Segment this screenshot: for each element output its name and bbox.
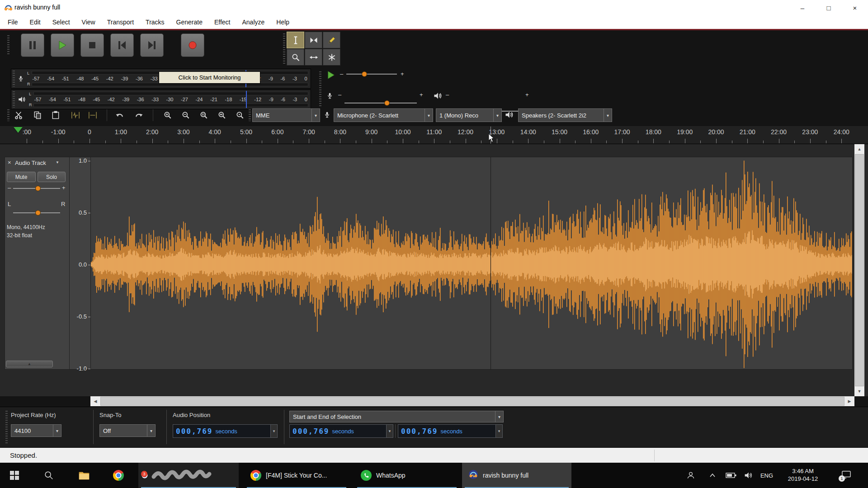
- recording-volume-slider[interactable]: [344, 99, 417, 107]
- skip-to-start-button[interactable]: [110, 33, 134, 57]
- silence-audio-button[interactable]: [85, 108, 100, 122]
- taskbar-app-audacity[interactable]: ravish bunny full: [462, 463, 571, 488]
- toolbar-grip[interactable]: [319, 71, 321, 108]
- tray-volume-button[interactable]: [741, 463, 756, 488]
- spinner-icon[interactable]: ▾: [386, 425, 393, 437]
- menu-analyze[interactable]: Analyze: [236, 15, 271, 29]
- horizontal-scrollbar[interactable]: ◀ ▶: [90, 396, 854, 406]
- playback-meter[interactable]: L R -57-54-51-48-45-42-39-36-33-30-27-24…: [11, 89, 311, 109]
- selection-mode-select[interactable]: Start and End of Selection ▾: [289, 411, 504, 422]
- chrome-button[interactable]: [107, 463, 130, 488]
- minimize-button[interactable]: –: [789, 0, 816, 15]
- playback-device-select[interactable]: Speakers (2- Scarlett 2i2 ▾: [518, 108, 612, 122]
- draw-tool-button[interactable]: [323, 32, 340, 48]
- maximize-button[interactable]: □: [816, 0, 842, 15]
- cut-button[interactable]: [11, 108, 26, 122]
- taskbar-app-redacted[interactable]: 3: [138, 463, 239, 488]
- menu-generate[interactable]: Generate: [170, 15, 208, 29]
- menu-select[interactable]: Select: [47, 15, 76, 29]
- menu-help[interactable]: Help: [270, 15, 295, 29]
- track-menu-arrow-icon[interactable]: ▼: [56, 160, 59, 164]
- menu-edit[interactable]: Edit: [24, 15, 47, 29]
- recording-device-select[interactable]: Microphone (2- Scarlett ▾: [334, 108, 433, 122]
- spinner-icon[interactable]: ▾: [495, 425, 502, 437]
- file-explorer-button[interactable]: [72, 463, 96, 488]
- toolbar-grip[interactable]: [13, 91, 15, 108]
- gain-slider[interactable]: [13, 184, 60, 192]
- selection-start-field[interactable]: 000,769 seconds ▾: [289, 424, 393, 438]
- taskbar-search-button[interactable]: [37, 463, 61, 488]
- envelope-tool-button[interactable]: [305, 32, 322, 48]
- play-pin-icon[interactable]: [14, 127, 23, 133]
- toolbar-grip[interactable]: [283, 33, 285, 64]
- audio-host-select[interactable]: MME ▾: [252, 108, 320, 122]
- selection-start-digits[interactable]: 000,769: [292, 427, 329, 436]
- selection-end-digits[interactable]: 000,769: [401, 427, 438, 436]
- spinner-icon[interactable]: ▾: [270, 425, 277, 437]
- menu-view[interactable]: View: [76, 15, 101, 29]
- scroll-right-icon[interactable]: ▶: [844, 396, 854, 406]
- zoom-tool-button[interactable]: [287, 49, 304, 66]
- track-name-label[interactable]: Audio Track: [15, 160, 46, 166]
- project-rate-select[interactable]: 44100 ▾: [11, 424, 61, 437]
- menu-effect[interactable]: Effect: [208, 15, 236, 29]
- multi-tool-button[interactable]: [323, 49, 340, 66]
- scroll-down-icon[interactable]: ▼: [854, 386, 864, 396]
- paste-button[interactable]: [48, 108, 63, 122]
- zoom-fit-project-button[interactable]: [214, 108, 230, 122]
- toolbar-grip[interactable]: [7, 35, 9, 55]
- slider-knob[interactable]: [35, 210, 41, 216]
- timeshift-tool-button[interactable]: [305, 49, 322, 66]
- toolbar-grip[interactable]: [7, 109, 9, 121]
- menu-tracks[interactable]: Tracks: [140, 15, 170, 29]
- menu-file[interactable]: File: [2, 15, 24, 29]
- waveform-display[interactable]: [90, 157, 853, 370]
- slider-knob[interactable]: [384, 100, 390, 106]
- action-center-button[interactable]: 1: [835, 463, 857, 488]
- copy-button[interactable]: [30, 108, 45, 122]
- redo-button[interactable]: [131, 108, 146, 122]
- audio-position-digits[interactable]: 000,769: [176, 427, 212, 436]
- undo-button[interactable]: [112, 108, 127, 122]
- toolbar-grip[interactable]: [13, 70, 15, 87]
- selection-end-field[interactable]: 000,769 seconds ▾: [398, 424, 503, 438]
- toolbar-grip[interactable]: [249, 109, 251, 121]
- tray-people-button[interactable]: [683, 463, 699, 488]
- scrollbar-thumb[interactable]: [100, 397, 844, 406]
- scroll-left-icon[interactable]: ◀: [90, 396, 100, 406]
- slider-knob[interactable]: [35, 186, 41, 191]
- zoom-out-button[interactable]: [178, 108, 193, 122]
- skip-to-end-button[interactable]: [140, 33, 164, 57]
- tray-clock-button[interactable]: 3:46 AM 2019-04-12: [778, 463, 827, 488]
- slider-knob[interactable]: [362, 71, 367, 77]
- zoom-in-button[interactable]: [160, 108, 175, 122]
- audio-position-field[interactable]: 000,769 seconds ▾: [173, 424, 278, 438]
- pause-button[interactable]: [21, 33, 44, 57]
- tray-battery-button[interactable]: [723, 463, 739, 488]
- solo-button[interactable]: Solo: [38, 172, 66, 182]
- pan-slider[interactable]: [13, 209, 60, 217]
- stop-button[interactable]: [80, 33, 104, 57]
- play-at-speed-button[interactable]: [326, 70, 335, 81]
- mute-button[interactable]: Mute: [7, 172, 36, 182]
- recording-channels-select[interactable]: 1 (Mono) Reco ▾: [436, 108, 502, 122]
- waveform-canvas[interactable]: [91, 157, 852, 369]
- zoom-toggle-button[interactable]: [232, 108, 248, 122]
- toolbar-grip[interactable]: [5, 411, 8, 443]
- taskbar-app-whatsapp[interactable]: WhatsApp: [354, 463, 459, 488]
- scrollbar-thumb[interactable]: [855, 154, 864, 386]
- snap-to-select[interactable]: Off ▾: [99, 424, 156, 437]
- record-button[interactable]: [181, 33, 204, 57]
- start-button[interactable]: [3, 463, 26, 488]
- zoom-selection-button[interactable]: [196, 108, 212, 122]
- vertical-scrollbar[interactable]: ▲ ▼: [854, 144, 864, 396]
- scroll-up-icon[interactable]: ▲: [854, 144, 864, 154]
- taskbar-app-f4m[interactable]: [F4M] Stick Your Co...: [244, 463, 349, 488]
- selection-tool-button[interactable]: [287, 32, 304, 48]
- timeline-ruler[interactable]: :00-1:0001:002:003:004:005:006:007:008:0…: [0, 126, 868, 144]
- close-button[interactable]: ×: [842, 0, 868, 15]
- collapse-track-button[interactable]: ▲: [6, 361, 53, 367]
- trim-audio-button[interactable]: [68, 108, 83, 122]
- track-close-button[interactable]: ×: [8, 159, 11, 166]
- play-speed-slider[interactable]: [346, 70, 397, 78]
